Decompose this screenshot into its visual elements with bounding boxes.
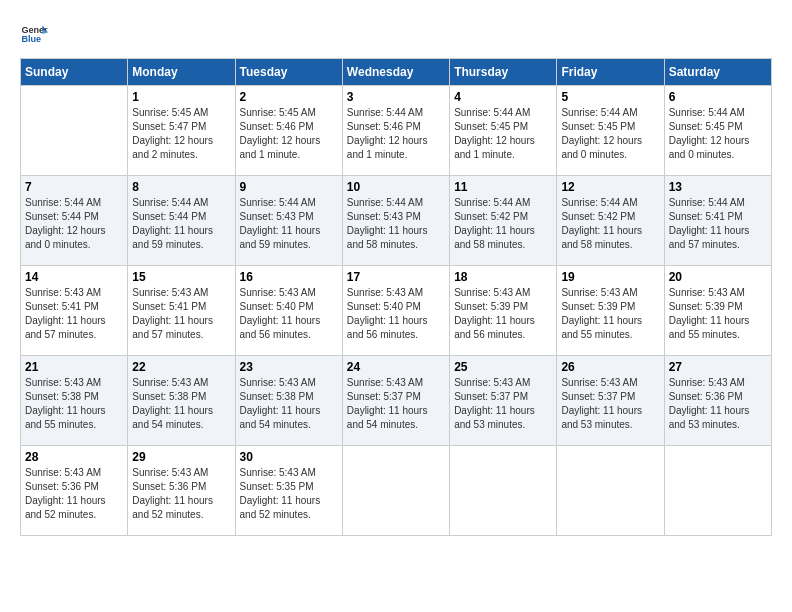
calendar-cell: 11Sunrise: 5:44 AMSunset: 5:42 PMDayligh…	[450, 176, 557, 266]
calendar-cell: 17Sunrise: 5:43 AMSunset: 5:40 PMDayligh…	[342, 266, 449, 356]
calendar-cell: 18Sunrise: 5:43 AMSunset: 5:39 PMDayligh…	[450, 266, 557, 356]
day-info: Sunrise: 5:44 AMSunset: 5:43 PMDaylight:…	[347, 196, 445, 252]
day-number: 25	[454, 360, 552, 374]
day-info: Sunrise: 5:43 AMSunset: 5:38 PMDaylight:…	[132, 376, 230, 432]
weekday-header-friday: Friday	[557, 59, 664, 86]
day-info: Sunrise: 5:43 AMSunset: 5:41 PMDaylight:…	[132, 286, 230, 342]
calendar-cell: 12Sunrise: 5:44 AMSunset: 5:42 PMDayligh…	[557, 176, 664, 266]
day-number: 19	[561, 270, 659, 284]
calendar-cell: 2Sunrise: 5:45 AMSunset: 5:46 PMDaylight…	[235, 86, 342, 176]
logo-icon: General Blue	[20, 20, 48, 48]
day-info: Sunrise: 5:44 AMSunset: 5:45 PMDaylight:…	[669, 106, 767, 162]
calendar-cell: 20Sunrise: 5:43 AMSunset: 5:39 PMDayligh…	[664, 266, 771, 356]
day-info: Sunrise: 5:44 AMSunset: 5:45 PMDaylight:…	[454, 106, 552, 162]
calendar-cell: 9Sunrise: 5:44 AMSunset: 5:43 PMDaylight…	[235, 176, 342, 266]
calendar-cell: 1Sunrise: 5:45 AMSunset: 5:47 PMDaylight…	[128, 86, 235, 176]
day-number: 22	[132, 360, 230, 374]
day-number: 15	[132, 270, 230, 284]
calendar-cell	[342, 446, 449, 536]
calendar-cell: 27Sunrise: 5:43 AMSunset: 5:36 PMDayligh…	[664, 356, 771, 446]
day-number: 30	[240, 450, 338, 464]
weekday-header-monday: Monday	[128, 59, 235, 86]
calendar-cell: 7Sunrise: 5:44 AMSunset: 5:44 PMDaylight…	[21, 176, 128, 266]
calendar-cell: 23Sunrise: 5:43 AMSunset: 5:38 PMDayligh…	[235, 356, 342, 446]
calendar-cell: 13Sunrise: 5:44 AMSunset: 5:41 PMDayligh…	[664, 176, 771, 266]
day-info: Sunrise: 5:43 AMSunset: 5:38 PMDaylight:…	[25, 376, 123, 432]
day-number: 23	[240, 360, 338, 374]
week-row-1: 1Sunrise: 5:45 AMSunset: 5:47 PMDaylight…	[21, 86, 772, 176]
day-number: 8	[132, 180, 230, 194]
day-info: Sunrise: 5:43 AMSunset: 5:36 PMDaylight:…	[669, 376, 767, 432]
day-info: Sunrise: 5:44 AMSunset: 5:42 PMDaylight:…	[454, 196, 552, 252]
day-number: 2	[240, 90, 338, 104]
calendar-cell: 21Sunrise: 5:43 AMSunset: 5:38 PMDayligh…	[21, 356, 128, 446]
calendar-cell: 6Sunrise: 5:44 AMSunset: 5:45 PMDaylight…	[664, 86, 771, 176]
day-info: Sunrise: 5:43 AMSunset: 5:36 PMDaylight:…	[25, 466, 123, 522]
calendar-cell: 28Sunrise: 5:43 AMSunset: 5:36 PMDayligh…	[21, 446, 128, 536]
day-number: 20	[669, 270, 767, 284]
weekday-header-sunday: Sunday	[21, 59, 128, 86]
day-info: Sunrise: 5:43 AMSunset: 5:38 PMDaylight:…	[240, 376, 338, 432]
weekday-header-thursday: Thursday	[450, 59, 557, 86]
calendar-cell: 5Sunrise: 5:44 AMSunset: 5:45 PMDaylight…	[557, 86, 664, 176]
day-number: 9	[240, 180, 338, 194]
week-row-5: 28Sunrise: 5:43 AMSunset: 5:36 PMDayligh…	[21, 446, 772, 536]
day-info: Sunrise: 5:44 AMSunset: 5:46 PMDaylight:…	[347, 106, 445, 162]
day-number: 7	[25, 180, 123, 194]
day-info: Sunrise: 5:43 AMSunset: 5:37 PMDaylight:…	[347, 376, 445, 432]
calendar-cell: 14Sunrise: 5:43 AMSunset: 5:41 PMDayligh…	[21, 266, 128, 356]
calendar-cell: 19Sunrise: 5:43 AMSunset: 5:39 PMDayligh…	[557, 266, 664, 356]
calendar-cell	[557, 446, 664, 536]
day-info: Sunrise: 5:43 AMSunset: 5:36 PMDaylight:…	[132, 466, 230, 522]
day-number: 29	[132, 450, 230, 464]
day-number: 27	[669, 360, 767, 374]
day-number: 26	[561, 360, 659, 374]
day-number: 17	[347, 270, 445, 284]
week-row-2: 7Sunrise: 5:44 AMSunset: 5:44 PMDaylight…	[21, 176, 772, 266]
calendar-cell: 10Sunrise: 5:44 AMSunset: 5:43 PMDayligh…	[342, 176, 449, 266]
calendar-cell: 22Sunrise: 5:43 AMSunset: 5:38 PMDayligh…	[128, 356, 235, 446]
calendar-cell	[21, 86, 128, 176]
day-info: Sunrise: 5:43 AMSunset: 5:39 PMDaylight:…	[669, 286, 767, 342]
day-info: Sunrise: 5:44 AMSunset: 5:44 PMDaylight:…	[25, 196, 123, 252]
calendar-cell: 16Sunrise: 5:43 AMSunset: 5:40 PMDayligh…	[235, 266, 342, 356]
day-info: Sunrise: 5:43 AMSunset: 5:39 PMDaylight:…	[561, 286, 659, 342]
day-number: 4	[454, 90, 552, 104]
day-info: Sunrise: 5:43 AMSunset: 5:37 PMDaylight:…	[454, 376, 552, 432]
day-number: 18	[454, 270, 552, 284]
day-number: 14	[25, 270, 123, 284]
weekday-header-saturday: Saturday	[664, 59, 771, 86]
day-info: Sunrise: 5:43 AMSunset: 5:40 PMDaylight:…	[347, 286, 445, 342]
day-number: 1	[132, 90, 230, 104]
day-info: Sunrise: 5:44 AMSunset: 5:42 PMDaylight:…	[561, 196, 659, 252]
calendar-cell: 4Sunrise: 5:44 AMSunset: 5:45 PMDaylight…	[450, 86, 557, 176]
day-number: 28	[25, 450, 123, 464]
day-number: 13	[669, 180, 767, 194]
day-info: Sunrise: 5:45 AMSunset: 5:47 PMDaylight:…	[132, 106, 230, 162]
header: General Blue	[20, 20, 772, 48]
day-info: Sunrise: 5:43 AMSunset: 5:35 PMDaylight:…	[240, 466, 338, 522]
day-number: 3	[347, 90, 445, 104]
calendar-cell: 15Sunrise: 5:43 AMSunset: 5:41 PMDayligh…	[128, 266, 235, 356]
logo: General Blue	[20, 20, 48, 48]
weekday-header-wednesday: Wednesday	[342, 59, 449, 86]
week-row-4: 21Sunrise: 5:43 AMSunset: 5:38 PMDayligh…	[21, 356, 772, 446]
day-number: 10	[347, 180, 445, 194]
calendar-cell: 26Sunrise: 5:43 AMSunset: 5:37 PMDayligh…	[557, 356, 664, 446]
day-number: 5	[561, 90, 659, 104]
day-info: Sunrise: 5:44 AMSunset: 5:41 PMDaylight:…	[669, 196, 767, 252]
day-info: Sunrise: 5:44 AMSunset: 5:43 PMDaylight:…	[240, 196, 338, 252]
calendar-cell: 8Sunrise: 5:44 AMSunset: 5:44 PMDaylight…	[128, 176, 235, 266]
week-row-3: 14Sunrise: 5:43 AMSunset: 5:41 PMDayligh…	[21, 266, 772, 356]
calendar-cell	[450, 446, 557, 536]
calendar-cell	[664, 446, 771, 536]
calendar-cell: 29Sunrise: 5:43 AMSunset: 5:36 PMDayligh…	[128, 446, 235, 536]
weekday-header-tuesday: Tuesday	[235, 59, 342, 86]
day-number: 16	[240, 270, 338, 284]
day-number: 12	[561, 180, 659, 194]
calendar-cell: 3Sunrise: 5:44 AMSunset: 5:46 PMDaylight…	[342, 86, 449, 176]
day-number: 11	[454, 180, 552, 194]
day-info: Sunrise: 5:45 AMSunset: 5:46 PMDaylight:…	[240, 106, 338, 162]
day-number: 24	[347, 360, 445, 374]
day-info: Sunrise: 5:43 AMSunset: 5:39 PMDaylight:…	[454, 286, 552, 342]
